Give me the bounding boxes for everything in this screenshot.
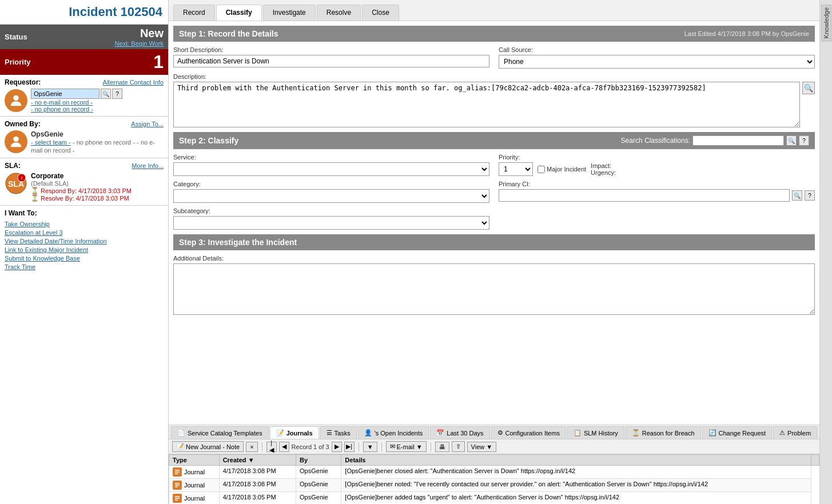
view-datetime-link[interactable]: View Detailed Date/Time Information: [5, 238, 164, 245]
tab-config-items[interactable]: ⚙ Configuration Items: [491, 426, 566, 439]
link-major-incident-link[interactable]: Link to Existing Major Incident: [5, 246, 164, 253]
calendar-icon: 📅: [436, 429, 444, 437]
escalation-link[interactable]: Escalation at Level 3: [5, 229, 164, 236]
priority-select[interactable]: 12345: [499, 162, 533, 176]
knowledge-sidebar[interactable]: Knowledge: [819, 0, 832, 504]
email-btn[interactable]: ✉ E-mail ▼: [386, 441, 427, 452]
tab-problem[interactable]: ⚠ Problem: [773, 426, 817, 439]
search-classifications-clear-btn[interactable]: ?: [799, 135, 809, 146]
delete-journal-btn[interactable]: ×: [246, 442, 257, 452]
call-source-select[interactable]: Phone Email Walk-in Web: [499, 55, 815, 69]
major-incident-checkbox[interactable]: [538, 166, 545, 173]
sla-label: SLA:: [5, 162, 21, 170]
tab-service-catalog[interactable]: 📄 Service Catalog Templates: [171, 426, 269, 439]
sidebar: Incident 102504 Status New Next: Begin W…: [0, 0, 169, 504]
sla-name: Corporate: [31, 172, 164, 180]
nav-next-btn[interactable]: ▶: [332, 442, 342, 452]
view-btn[interactable]: View ▼: [467, 442, 497, 452]
sla-icon: SLA !: [5, 172, 27, 195]
tab-journals[interactable]: 📝 Journals: [270, 426, 319, 439]
row1-by: OpsGenie: [296, 466, 341, 479]
tab-slm-history[interactable]: 📋 SLM History: [567, 426, 624, 439]
desc-textarea[interactable]: Third problem with the Authentication Se…: [173, 82, 800, 127]
take-ownership-link[interactable]: Take Ownership: [5, 221, 164, 227]
knowledge-label[interactable]: Knowledge: [821, 5, 831, 41]
journal-row1-icon: [173, 467, 182, 477]
category-select[interactable]: [173, 189, 489, 203]
svg-text:!: !: [21, 175, 23, 181]
owned-select-team[interactable]: - select team -: [31, 139, 71, 146]
tab-reason-breach[interactable]: ⏳ Reason for Breach: [626, 426, 701, 439]
print-icon: 🖶: [439, 443, 445, 450]
nav-last-btn[interactable]: ▶|: [344, 442, 355, 452]
requestor-input[interactable]: OpsGenie: [31, 89, 99, 99]
short-desc-group: Short Description: Authentication Server…: [173, 46, 489, 69]
additional-details-textarea[interactable]: [173, 263, 815, 315]
tab-change-request[interactable]: 🔄 Change Request: [702, 426, 773, 439]
track-time-link[interactable]: Track Time: [5, 263, 164, 270]
requestor-no-email[interactable]: - no e-mail on record -: [31, 99, 164, 106]
toolbar-separator-4: [431, 442, 431, 451]
urgency-label: Urgency:: [591, 169, 616, 176]
breach-icon: ⏳: [632, 429, 640, 437]
sla-default: (Default SLA): [31, 180, 164, 187]
alternate-contact-link[interactable]: Alternate Contact Info: [103, 79, 164, 86]
i-want-to-section: I Want To: Take Ownership Escalation at …: [0, 206, 168, 275]
journal-table: Type Created ▼ By Details: [169, 454, 819, 504]
short-desc-input[interactable]: Authentication Server is Down: [173, 55, 489, 67]
owned-no-phone: - no phone on record -: [73, 139, 135, 146]
owned-name: OpsGenie: [31, 130, 164, 138]
tab-open-incidents[interactable]: 👤 's Open Incidents: [358, 426, 429, 439]
requestor-search-btn[interactable]: 🔍: [101, 89, 111, 99]
subcategory-select[interactable]: [173, 216, 489, 230]
primary-ci-group: Primary CI: 🔍 ?: [499, 181, 815, 203]
assign-to-link[interactable]: Assign To...: [131, 121, 164, 127]
tab-resolve[interactable]: Resolve: [317, 5, 361, 21]
row1-created: 4/17/2018 3:08 PM: [219, 466, 296, 479]
next-begin-work-link[interactable]: Next: Begin Work: [115, 40, 164, 47]
category-group: Category:: [173, 181, 489, 203]
nav-prev-btn[interactable]: ◀: [279, 442, 289, 452]
svg-point-1: [13, 137, 18, 142]
priority-label-step2: Priority:: [499, 154, 815, 161]
tab-last-30-days[interactable]: 📅 Last 30 Days: [430, 426, 489, 439]
requestor-no-phone[interactable]: - no phone on record -: [31, 106, 164, 113]
tab-classify[interactable]: Classify: [216, 5, 262, 21]
toolbar-separator-2: [359, 442, 359, 451]
sla-respond-by: ⏳ Respond By: 4/17/2018 3:03 PM: [31, 187, 164, 194]
print-btn[interactable]: 🖶: [435, 442, 449, 452]
tab-close[interactable]: Close: [362, 5, 399, 21]
submit-knowledge-link[interactable]: Submit to Knowledge Base: [5, 255, 164, 262]
journal-row3-icon: [173, 494, 182, 503]
tasks-icon: ☰: [327, 429, 332, 437]
category-label: Category:: [173, 181, 489, 187]
new-journal-btn[interactable]: 📝 New Journal - Note: [172, 441, 244, 452]
owned-by-section: Owned By: Assign To... OpsGenie - select…: [0, 117, 168, 158]
new-journal-icon: 📝: [176, 443, 184, 450]
upload-icon: ⇧: [456, 443, 461, 450]
primary-ci-search-btn[interactable]: 🔍: [792, 190, 802, 201]
search-classifications-input[interactable]: [692, 135, 784, 146]
nav-first-btn[interactable]: |◀: [266, 442, 277, 452]
col-details: Details: [341, 455, 811, 466]
desc-zoom-btn[interactable]: 🔍: [802, 82, 815, 94]
tab-record[interactable]: Record: [173, 5, 215, 21]
primary-ci-input[interactable]: [499, 189, 790, 202]
primary-ci-clear-btn[interactable]: ?: [805, 190, 815, 201]
upload-btn[interactable]: ⇧: [452, 441, 465, 452]
service-select[interactable]: [173, 162, 489, 176]
owned-avatar: [5, 130, 27, 153]
change-icon: 🔄: [708, 429, 716, 437]
step3-header: Step 3: Investigate the Incident: [173, 234, 815, 250]
search-classifications-group: Search Classifications: 🔍 ?: [621, 135, 809, 146]
search-classifications-search-btn[interactable]: 🔍: [786, 135, 797, 146]
slm-icon: 📋: [574, 429, 582, 437]
tab-investigate[interactable]: Investigate: [263, 5, 316, 21]
row2-created: 4/17/2018 3:08 PM: [219, 479, 296, 492]
more-info-link[interactable]: More Info...: [132, 162, 164, 169]
step1-title: Step 1: Record the Details: [179, 29, 278, 38]
toolbar-separator-1: [262, 442, 262, 451]
requestor-clear-btn[interactable]: ?: [112, 89, 122, 99]
filter-btn[interactable]: ▼: [363, 442, 377, 452]
tab-tasks[interactable]: ☰ Tasks: [320, 426, 357, 439]
